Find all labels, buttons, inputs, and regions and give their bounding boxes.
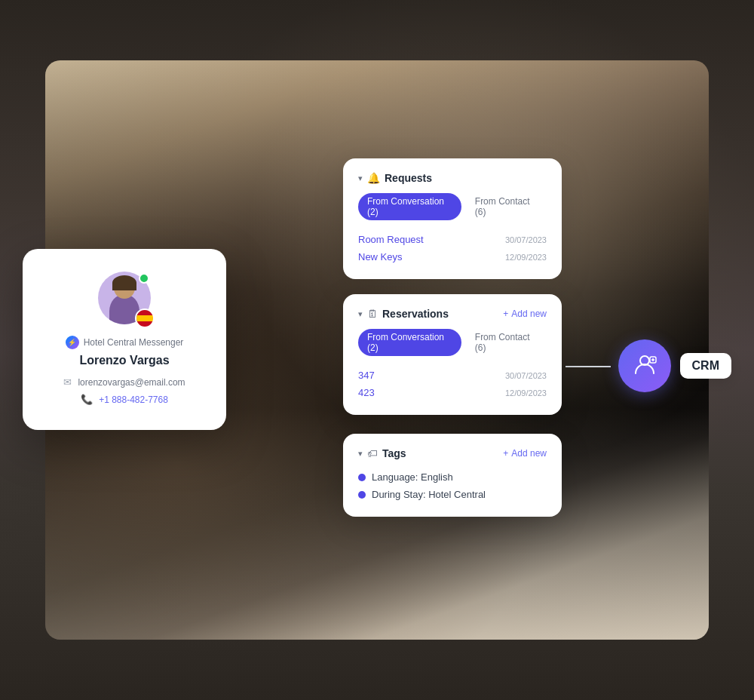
online-status-indicator xyxy=(139,273,149,284)
tags-title-group: ▾ 🏷 Tags xyxy=(358,447,406,459)
contact-card: ⚡ Hotel Central Messenger Lorenzo Vargas… xyxy=(23,249,226,430)
requests-title: Requests xyxy=(385,172,432,184)
add-new-label: Add new xyxy=(511,309,547,319)
phone-icon: 📞 xyxy=(81,394,93,405)
phone-link[interactable]: +1 888-482-7768 xyxy=(99,395,168,405)
tag-label-1: Language: English xyxy=(372,471,453,483)
reservation-date-1: 30/07/2023 xyxy=(505,371,547,380)
requests-bell-icon: 🔔 xyxy=(367,172,380,184)
avatar-wrapper xyxy=(98,272,151,324)
plus-icon: + xyxy=(503,309,508,319)
tag-item-1: Language: English xyxy=(358,468,547,486)
reservation-link-1[interactable]: 347 xyxy=(358,370,375,381)
crm-section: CRM xyxy=(618,339,731,392)
reservations-panel: ▾ 🗓 Reservations + Add new From Conversa… xyxy=(343,294,562,415)
reservations-tabs: From Conversation (2) From Contact (6) xyxy=(358,329,547,356)
connector-line xyxy=(566,366,611,367)
scene-container: ⚡ Hotel Central Messenger Lorenzo Vargas… xyxy=(0,0,754,700)
tags-chevron-icon: ▾ xyxy=(358,449,363,459)
tags-panel: ▾ 🏷 Tags + Add new Language: English Dur… xyxy=(343,434,562,517)
flag-stripe-red-top xyxy=(136,310,153,315)
reservations-title-group: ▾ 🗓 Reservations xyxy=(358,308,449,320)
tag-dot-2 xyxy=(358,491,366,499)
email-icon: ✉ xyxy=(63,376,72,388)
request-link-1[interactable]: Room Request xyxy=(358,234,424,245)
avatar-hair xyxy=(112,275,136,290)
tags-add-label: Add new xyxy=(511,448,547,459)
flag-stripe-yellow xyxy=(136,315,153,322)
messenger-icon: ⚡ xyxy=(66,336,79,349)
crm-label: CRM xyxy=(680,353,731,379)
tags-add-new-button[interactable]: + Add new xyxy=(503,448,547,459)
request-date-1: 30/07/2023 xyxy=(505,235,547,244)
email-row: ✉ lorenzovargas@email.com xyxy=(41,376,207,388)
phone-row: 📞 +1 888-482-7768 xyxy=(41,394,207,405)
reservation-item-2: 423 12/09/2023 xyxy=(358,384,547,401)
requests-title-group: ▾ 🔔 Requests xyxy=(358,172,432,184)
request-link-2[interactable]: New Keys xyxy=(358,251,403,262)
reservations-chevron-icon: ▾ xyxy=(358,309,363,319)
reservation-link-2[interactable]: 423 xyxy=(358,387,375,398)
tags-tag-icon: 🏷 xyxy=(367,447,378,459)
country-flag xyxy=(135,309,155,328)
request-item-1: Room Request 30/07/2023 xyxy=(358,231,547,248)
email-value: lorenzovargas@email.com xyxy=(78,377,185,388)
crm-circle[interactable] xyxy=(618,339,671,392)
crm-person-icon xyxy=(632,351,657,382)
requests-tabs: From Conversation (2) From Contact (6) xyxy=(358,193,547,220)
platform-name: Hotel Central Messenger xyxy=(84,337,184,348)
tag-dot-1 xyxy=(358,474,366,481)
flag-stripe-red-bottom xyxy=(136,321,153,327)
request-date-2: 12/09/2023 xyxy=(505,253,547,262)
reservations-add-new-button[interactable]: + Add new xyxy=(503,309,547,319)
requests-panel: ▾ 🔔 Requests From Conversation (2) From … xyxy=(343,158,562,279)
tag-item-2: During Stay: Hotel Central xyxy=(358,486,547,503)
platform-badge: ⚡ Hotel Central Messenger xyxy=(41,336,207,349)
reservations-calendar-icon: 🗓 xyxy=(367,308,378,320)
contact-name: Lorenzo Vargas xyxy=(41,354,207,367)
requests-tab-contact[interactable]: From Contact (6) xyxy=(467,193,547,220)
requests-tab-conversation[interactable]: From Conversation (2) xyxy=(358,193,461,220)
tag-label-2: During Stay: Hotel Central xyxy=(372,489,486,500)
reservation-date-2: 12/09/2023 xyxy=(505,388,547,398)
requests-chevron-icon: ▾ xyxy=(358,173,363,183)
reservation-item-1: 347 30/07/2023 xyxy=(358,367,547,384)
reservations-tab-conversation[interactable]: From Conversation (2) xyxy=(358,329,461,356)
reservations-title: Reservations xyxy=(382,308,449,320)
reservations-header: ▾ 🗓 Reservations + Add new xyxy=(358,308,547,320)
request-item-2: New Keys 12/09/2023 xyxy=(358,248,547,266)
reservations-tab-contact[interactable]: From Contact (6) xyxy=(467,329,547,356)
tags-plus-icon: + xyxy=(503,448,508,459)
tags-title: Tags xyxy=(382,447,406,459)
requests-header: ▾ 🔔 Requests xyxy=(358,172,547,184)
tags-header: ▾ 🏷 Tags + Add new xyxy=(358,447,547,459)
